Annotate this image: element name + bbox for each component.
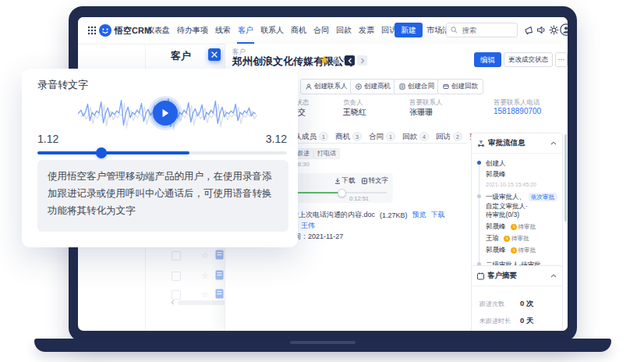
audio-progress-handle[interactable] [338, 189, 346, 197]
collapse-icon[interactable] [550, 141, 557, 145]
primary-contact-value: 张珊珊 [409, 107, 433, 118]
transcribe-icon [362, 178, 367, 184]
play-button[interactable] [148, 96, 182, 130]
chevron-right-icon [360, 58, 365, 64]
voice-slider[interactable] [37, 151, 287, 154]
audio-duration: 0:12:51 [349, 195, 369, 202]
prev-record-button[interactable] [345, 55, 355, 66]
audio-progress-remaining [345, 192, 387, 193]
sequential-approval-badge: 依次审批 [529, 193, 557, 201]
customer-doc-icon [215, 250, 224, 260]
chevron-left-icon [348, 58, 352, 64]
pending-status: 待审批 [504, 235, 529, 243]
download-icon [334, 178, 341, 184]
laptop-notch [290, 341, 356, 344]
attachment-preview-link[interactable]: 预览 [412, 210, 426, 220]
new-button[interactable]: 新建 [395, 23, 423, 37]
voice-card-description: 使用悟空客户管理移动端产品的用户，在使用录音添加跟进记录或使用呼叫中心通话后，可… [37, 160, 288, 232]
favorite-star-icon[interactable] [320, 55, 329, 65]
close-icon [211, 51, 218, 58]
nav-item-invoices[interactable]: 发票 [358, 17, 375, 44]
change-deal-status-button[interactable]: 更改成交状态 [504, 52, 553, 67]
scroll-left-icon[interactable] [170, 300, 175, 305]
row-star-icon[interactable]: ☆ [201, 272, 209, 280]
nav-item-receivables[interactable]: 回款 [335, 17, 352, 44]
voice-to-text-card: 录音转文字 1.12 3.12 使用悟空客户管理移动端产品的用户，在使用录音添加… [22, 69, 298, 247]
receivable-icon [443, 83, 449, 90]
approval-flow-icon [477, 140, 485, 147]
slider-handle[interactable] [96, 147, 107, 158]
tab-contracts[interactable]: 合同1 [369, 132, 395, 142]
nav-item-customers[interactable]: 客户 [237, 17, 254, 44]
owner-value: 王晓红 [343, 107, 366, 118]
total-time: 3.12 [266, 133, 287, 145]
nav-item-dashboard[interactable]: 仪表盘 [146, 17, 171, 44]
row-checkbox[interactable] [172, 272, 181, 281]
approval-step-creator: 创建人 郭晟峰 2021-10-15 15:45:20 [486, 159, 557, 187]
detail-tabs: 团队成员1 商机3 合同1 回款4 回访2 更多 [287, 130, 492, 144]
approval-step-level1: 依次审批 一级审批人、自定义审批人·待审批(0/3) 郭晟峰 待审批 王瑜 待审… [486, 193, 557, 254]
audio-download-button[interactable]: 下载 [334, 176, 356, 186]
customer-summary-card: 客户摘要 跟进次数0 次 未跟进时长0 天 [471, 265, 563, 331]
announcement-icon[interactable] [524, 25, 534, 35]
nav-item-leads[interactable]: 线索 [214, 17, 232, 44]
create-opportunity-button[interactable]: 创建商机 [350, 79, 396, 94]
collapse-icon[interactable] [550, 274, 557, 278]
row-checkbox[interactable] [172, 251, 181, 261]
audio-to-text-button[interactable]: 转文字 [362, 176, 389, 186]
gear-icon[interactable] [549, 25, 559, 35]
global-search[interactable] [446, 23, 518, 37]
primary-contact-phone: 15818890700 [494, 107, 541, 115]
customer-doc-icon [215, 289, 224, 299]
speaker-icon[interactable] [536, 25, 547, 35]
more-actions-button[interactable]: ··· [555, 52, 568, 67]
list-page-title: 客户 [171, 49, 191, 63]
laptop-base [34, 339, 611, 352]
contact-icon [306, 83, 312, 90]
next-record-button[interactable] [357, 55, 367, 66]
create-contact-button[interactable]: 创建联系人 [300, 79, 353, 94]
create-receivable-button[interactable]: 创建回款 [437, 79, 483, 94]
related-contact-link[interactable]: 王伟 [301, 222, 315, 229]
attachment-size: (1.27KB) [380, 211, 408, 219]
summary-calendar-icon [477, 272, 484, 280]
row-star-icon[interactable]: ☆ [201, 290, 209, 299]
lock-icon [332, 56, 340, 65]
attachment-download-link[interactable]: 下载 [431, 210, 445, 220]
row-checkbox[interactable] [172, 290, 181, 300]
row-star-icon[interactable]: ☆ [201, 251, 209, 260]
creation-timestamp: 2021-10-15 15:45:20 [486, 182, 557, 187]
nav-item-contacts[interactable]: 联系人 [260, 17, 285, 44]
search-input[interactable] [461, 26, 511, 35]
slider-fill [37, 151, 189, 154]
tab-visits[interactable]: 回访2 [436, 132, 462, 142]
edit-button[interactable]: 编辑 [474, 52, 501, 67]
opportunity-icon [356, 83, 362, 90]
pending-status: 待审批 [511, 223, 536, 231]
apps-grid-icon[interactable] [87, 26, 97, 35]
pending-clock-icon [504, 236, 510, 242]
search-icon [451, 27, 458, 34]
voice-card-title: 录音转文字 [37, 78, 88, 92]
current-time: 1.12 [37, 133, 58, 145]
attachment-row: 与客户上次电话沟通的内容.doc (1.27KB) 预览 下载 [278, 210, 445, 220]
tab-receivables[interactable]: 回款4 [402, 132, 429, 142]
nav-item-todo[interactable]: 待办事项 [176, 17, 209, 44]
summary-card-title: 客户摘要 [487, 271, 517, 281]
user-avatar[interactable] [560, 23, 568, 36]
vertical-scrollbar[interactable] [564, 134, 567, 222]
horizontal-scrollbar[interactable] [178, 300, 226, 305]
create-contract-button[interactable]: 创建合同 [394, 79, 440, 94]
nav-item-opportunities[interactable]: 商机 [290, 17, 307, 44]
wukong-logo-icon [99, 24, 111, 37]
pending-clock-icon [511, 224, 517, 230]
audio-times: 1.12 3.12 [37, 133, 287, 145]
summary-row: 未跟进时长0 天 [477, 316, 557, 326]
pending-status: 待审批 [511, 247, 536, 254]
nav-item-contracts[interactable]: 合同 [313, 17, 330, 44]
close-detail-button[interactable] [208, 48, 221, 61]
play-icon [161, 108, 169, 118]
summary-row: 跟进次数0 次 [477, 299, 557, 309]
tab-opportunities[interactable]: 商机3 [335, 132, 362, 142]
pending-clock-icon [511, 247, 517, 254]
